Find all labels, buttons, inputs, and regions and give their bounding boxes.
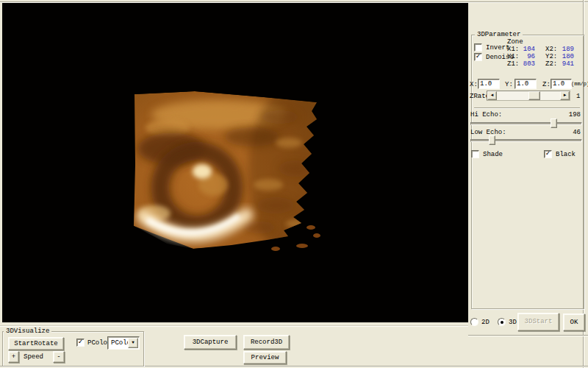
zone-x1-label: X1: (507, 46, 519, 53)
zone-z1-label: Z1: (507, 60, 519, 68)
scale-x-label: X: (470, 81, 478, 88)
zrate-thumb[interactable] (528, 91, 540, 100)
zrate-right-arrow-icon[interactable]: ► (560, 91, 570, 100)
app-window: 3DParameter Invert ✓ Denoise Zone X1: 10… (0, 0, 588, 368)
start-rotate-button[interactable]: StartRotate (8, 337, 64, 350)
pcolor-dropdown[interactable]: PColor ▼ (107, 336, 140, 350)
shade-label: Shade (483, 151, 503, 158)
scale-y-input[interactable] (514, 79, 537, 89)
bottombar-top-edge (0, 325, 468, 327)
black-checkbox[interactable]: ✓ (544, 150, 552, 158)
hi-echo-slider-thumb[interactable] (551, 118, 557, 128)
hi-echo-value: 198 (564, 111, 581, 118)
zone-y1-value: 96 (519, 53, 535, 60)
mode-2d-radio[interactable] (470, 318, 478, 326)
zrate-value: 1 (576, 93, 580, 100)
capture3d-button[interactable]: 3DCapture (184, 335, 237, 350)
pcolor-checkbox[interactable]: ✓ (76, 339, 85, 347)
zone-x1-value: 104 (519, 46, 535, 53)
render-viewport[interactable] (2, 3, 468, 322)
check-icon: ✓ (545, 150, 550, 158)
mode-3d-radio[interactable] (498, 318, 506, 326)
low-echo-slider-thumb[interactable] (489, 135, 495, 145)
scale-unit-label: (mm/p) (571, 80, 588, 88)
hi-echo-slider-track[interactable] (470, 122, 582, 125)
zrate-scrollbar[interactable]: ◄ ► (487, 91, 570, 101)
record3d-button[interactable]: Record3D (243, 335, 290, 350)
zone-y2-value: 180 (557, 53, 574, 60)
zone-x2-label: X2: (545, 46, 557, 53)
scale-z-label: Z: (542, 81, 551, 88)
zrate-left-arrow-icon[interactable]: ◄ (487, 91, 497, 100)
speed-plus-button[interactable]: + (8, 351, 19, 363)
scale-y-label: Y: (505, 81, 513, 88)
mode-3d-label: 3D (509, 319, 517, 326)
shade-checkbox[interactable] (471, 150, 479, 158)
zone-z1-value: 803 (519, 60, 535, 68)
mode-2d-label: 2D (481, 319, 490, 326)
zone-title: Zone (507, 38, 523, 46)
invert-label: Invert (486, 44, 509, 52)
ultrasound-render (2, 3, 468, 322)
denoise-checkbox[interactable]: ✓ (474, 53, 482, 61)
check-icon: ✓ (476, 53, 480, 60)
ok-button[interactable]: OK (563, 314, 585, 331)
panel-bottom-separator (468, 335, 588, 336)
hi-echo-label: Hi Echo: (470, 111, 502, 118)
zone-x2-value: 189 (557, 46, 574, 53)
pcolor-dropdown-arrow-icon[interactable]: ▼ (128, 338, 138, 348)
speed-label: Speed (24, 353, 43, 361)
scale-z-input[interactable] (551, 79, 572, 89)
visualize-group-title: 3DVisualize (4, 328, 51, 335)
start3d-button[interactable]: 3DStart (517, 313, 559, 331)
scale-x-input[interactable] (478, 79, 500, 89)
zone-z2-value: 941 (557, 60, 574, 68)
invert-checkbox[interactable] (474, 43, 482, 52)
preview-button[interactable]: Preview (243, 351, 287, 364)
zone-y2-label: Y2: (545, 53, 557, 60)
check-icon: ✓ (78, 339, 82, 346)
low-echo-value: 46 (564, 129, 581, 136)
parameter-group-title: 3DParameter (475, 31, 523, 38)
low-echo-slider-track[interactable] (470, 139, 582, 142)
parameter-groupbox: 3DParameter (471, 35, 584, 309)
black-label: Black (556, 151, 576, 158)
zone-z2-label: Z2: (545, 60, 557, 68)
zone-y1-label: Y1: (507, 53, 519, 60)
parameter-separator (474, 107, 580, 109)
speed-minus-button[interactable]: - (53, 351, 65, 363)
